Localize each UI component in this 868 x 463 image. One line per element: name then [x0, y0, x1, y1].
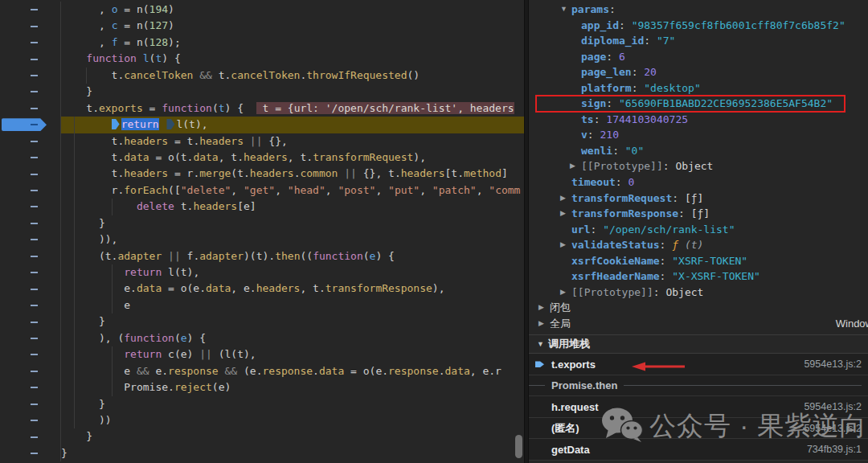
breakpoint-gutter[interactable]	[0, 396, 61, 412]
code-text: e	[61, 297, 524, 313]
code-token: ) {	[375, 250, 394, 262]
chevron-right-icon[interactable]: ▶	[538, 316, 550, 332]
chevron-down-icon[interactable]: ▼	[560, 2, 571, 18]
property-value: 6	[619, 49, 625, 65]
code-token: merge	[199, 167, 231, 179]
code-token: ,	[420, 184, 432, 196]
code-token: ,	[275, 184, 288, 196]
code-token: ,	[477, 184, 489, 196]
scope-property-row[interactable]: ▶[[Prototype]]: Object	[529, 158, 868, 174]
code-token: {}, t.	[357, 167, 401, 179]
breakpoint-gutter[interactable]	[0, 182, 61, 199]
scope-property-row[interactable]: ▶[[Prototype]]: Object	[529, 285, 868, 301]
callstack-frame[interactable]: (匿名)5954e13.js:2	[529, 418, 868, 440]
code-line: , f = n(128);	[0, 35, 524, 51]
property-value: "XSRF-TOKEN"	[672, 253, 747, 269]
key-value-separator: :	[660, 253, 673, 269]
breakpoint-gutter[interactable]	[0, 68, 61, 84]
code-line: }	[0, 396, 524, 412]
chevron-right-icon[interactable]: ▶	[560, 285, 571, 301]
file-location-link[interactable]: 5954e13.js:2	[804, 359, 862, 370]
scope-property-row[interactable]: ▶transformRequest: [ƒ]	[529, 191, 868, 207]
breakpoint-gutter[interactable]	[0, 232, 61, 248]
chevron-right-icon[interactable]: ▶	[560, 206, 571, 222]
scope-property-row[interactable]: ▶validateStatus: ƒ (t)	[529, 237, 868, 253]
editor-scrollbar-thumb[interactable]	[515, 435, 522, 458]
code-token: t.	[212, 69, 231, 81]
gutter-dash-icon	[31, 174, 38, 175]
breakpoint-gutter[interactable]	[0, 117, 61, 133]
scope-property-row[interactable]: ▼params:	[529, 2, 868, 18]
code-line: e	[0, 297, 524, 313]
scope-property-row: xsrfCookieName: "XSRF-TOKEN"	[529, 253, 868, 269]
code-token: );	[168, 36, 181, 48]
code-token: ),	[413, 151, 426, 163]
property-key: transformResponse	[571, 206, 678, 222]
breakpoint-gutter[interactable]	[0, 379, 61, 395]
breakpoint-gutter[interactable]	[0, 412, 61, 428]
breakpoint-gutter[interactable]	[0, 166, 61, 182]
scope-property-row[interactable]: ▶全局Window	[529, 316, 868, 332]
code-text: t.cancelToken && t.cancelToken.throwIfRe…	[61, 68, 524, 84]
gutter-dash-icon	[31, 206, 38, 207]
breakpoint-gutter[interactable]	[0, 84, 61, 100]
code-token: ([	[168, 184, 181, 196]
async-boundary: Promise.then	[529, 379, 862, 391]
breakpoint-gutter[interactable]	[0, 428, 61, 445]
code-token: headers	[250, 167, 294, 179]
chevron-right-icon[interactable]: ▶	[560, 191, 571, 207]
chevron-right-icon[interactable]: ▶	[560, 237, 571, 253]
breakpoint-gutter[interactable]	[0, 35, 61, 51]
inline-breakpoint-icon[interactable]	[166, 119, 174, 129]
breakpoint-gutter[interactable]	[0, 330, 61, 346]
callstack-frame[interactable]: t.exports5954e13.js:2	[529, 354, 868, 375]
scope-property-row[interactable]: ▶闭包	[529, 300, 868, 316]
file-location-link[interactable]: 734fb39.js:1	[807, 444, 862, 455]
breakpoint-gutter[interactable]	[0, 346, 61, 363]
callstack-frame[interactable]: h.request5954e13.js:2	[529, 396, 868, 418]
file-location-link[interactable]: 5954e13.js:2	[804, 423, 862, 434]
inline-breakpoint-icon[interactable]	[112, 119, 120, 129]
code-text: }	[61, 313, 524, 330]
code-text: t.headers = t.headers || {},	[61, 133, 524, 150]
breakpoint-gutter[interactable]	[0, 199, 61, 215]
breakpoint-gutter[interactable]	[0, 18, 61, 34]
property-key: diploma_id	[581, 33, 644, 49]
callstack-frame[interactable]: getData734fb39.js:1	[529, 439, 868, 461]
breakpoint-gutter[interactable]	[0, 281, 61, 297]
property-value: "X-XSRF-TOKEN"	[672, 268, 760, 285]
breakpoint-gutter[interactable]	[0, 248, 61, 264]
breakpoint-gutter[interactable]	[0, 445, 61, 461]
scope-property-row[interactable]: ▶transformResponse: [ƒ]	[529, 206, 868, 222]
code-token: "get"	[244, 184, 275, 196]
property-key: xsrfCookieName	[571, 253, 660, 269]
chevron-right-icon[interactable]: ▶	[538, 300, 550, 316]
breakpoint-gutter[interactable]	[0, 264, 61, 281]
frame-function-name: t.exports	[551, 359, 596, 371]
code-text: return l(t),	[61, 264, 524, 281]
execution-pointer-icon	[2, 118, 47, 131]
breakpoint-gutter[interactable]	[0, 313, 61, 330]
code-token: then	[275, 250, 300, 262]
code-line: return l(t),	[0, 264, 524, 281]
breakpoint-gutter[interactable]	[0, 51, 61, 67]
indent-guide	[112, 346, 113, 363]
breakpoint-gutter[interactable]	[0, 100, 61, 117]
indent-guide	[74, 133, 75, 150]
code-text: (t.adapter || f.adapter)(t).then((functi…	[61, 248, 524, 264]
breakpoint-gutter[interactable]	[0, 150, 61, 166]
breakpoint-gutter[interactable]	[0, 2, 61, 18]
callstack-header[interactable]: ▼ 调用堆栈	[529, 334, 868, 354]
code-token: 127	[149, 19, 168, 31]
file-location-link[interactable]: 5954e13.js:2	[804, 401, 862, 412]
annotation-highlight-box	[535, 95, 845, 113]
code-text: , o = n(194)	[61, 2, 524, 18]
code-token: (	[363, 250, 370, 262]
chevron-right-icon[interactable]: ▶	[570, 158, 581, 174]
breakpoint-gutter[interactable]	[0, 363, 61, 379]
chevron-down-icon[interactable]: ▼	[537, 340, 548, 348]
breakpoint-gutter[interactable]	[0, 297, 61, 313]
key-value-separator: :	[619, 18, 632, 34]
breakpoint-gutter[interactable]	[0, 133, 61, 150]
breakpoint-gutter[interactable]	[0, 215, 61, 232]
